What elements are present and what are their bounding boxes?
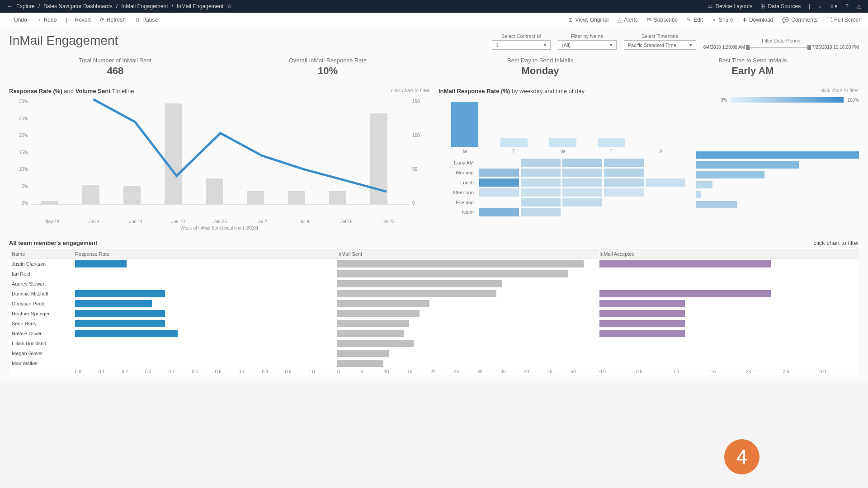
date-to: 7/25/2018 10:16:00 PM <box>812 45 859 50</box>
timezone-select[interactable]: Pacific Standard Time▾ <box>624 40 696 50</box>
kpi-total-label: Total Number of InMail Sent <box>9 57 222 64</box>
chart-hint: click chart to filter <box>821 88 859 94</box>
search-icon[interactable]: ⌕ <box>818 3 821 9</box>
fullscreen-button[interactable]: ⛶ Full Screen <box>826 17 862 23</box>
kpi-total-value: 468 <box>9 65 222 77</box>
chevron-down-icon: ▾ <box>610 42 613 48</box>
date-slider[interactable]: 6/4/2018 1:28:00 AM 7/25/2018 10:16:00 P… <box>703 45 859 50</box>
top-nav: ← Explore/ Sales Navigator Dashboards/ I… <box>0 0 868 13</box>
legend-gradient <box>731 97 844 103</box>
timezone-label: Select Timezone <box>642 33 678 39</box>
undo-button[interactable]: ← Undo <box>6 17 27 23</box>
comments-button[interactable]: 💬 Comments <box>782 17 817 23</box>
download-button[interactable]: ⬇ Download <box>742 17 773 23</box>
chart-hint: click chart to filter <box>391 88 429 94</box>
team-title: All team member's engagement <box>9 239 97 246</box>
date-label: Filter Date Period <box>762 38 801 43</box>
col-name: Name <box>9 249 72 259</box>
breadcrumb-l3: InMail Engagement <box>177 3 223 9</box>
team-table[interactable]: Name Justin ClarksonIan ReidAudrey Stewa… <box>9 249 859 375</box>
col-resp: Response Rate <box>72 249 335 259</box>
subscribe-button[interactable]: ✉ Subscribe <box>647 17 678 23</box>
kpi-day-label: Best Day to Send InMails <box>434 57 646 64</box>
device-layouts-button[interactable]: ▭ Device Layouts <box>708 3 752 9</box>
back-icon[interactable]: ← <box>7 3 13 9</box>
notifications-icon[interactable]: △ <box>857 3 861 9</box>
kpi-day-value: Monday <box>434 65 646 77</box>
x-axis-title: Week of InMail Sent (local time) [2018] <box>9 225 429 230</box>
col-acc: InMail Accepted <box>597 249 859 259</box>
data-sources-button[interactable]: ⊞ Data Sources <box>760 3 801 9</box>
breadcrumb-l2[interactable]: InMail Engagement <box>121 3 168 9</box>
refresh-button[interactable]: ⟳ Refresh <box>100 17 126 23</box>
star-icon[interactable]: ☆ <box>227 3 232 9</box>
view-button[interactable]: ⊞ View: Original <box>568 17 609 23</box>
kpi-rate-value: 10% <box>222 65 434 77</box>
contract-label: Select Contract Id <box>501 33 541 39</box>
page-title: InMail Engagement <box>9 33 118 48</box>
breadcrumb-explore[interactable]: Explore <box>16 3 35 9</box>
team-hint: click chart to filter <box>814 239 859 246</box>
edit-button[interactable]: ✎ Edit <box>687 17 703 23</box>
kpi-time-label: Best Time to Send InMails <box>646 57 859 64</box>
help-icon[interactable]: ? <box>845 3 849 9</box>
date-from: 6/4/2018 1:28:00 AM <box>703 45 745 50</box>
chevron-down-icon: ▾ <box>689 42 692 48</box>
name-filter-label: Filter by Name <box>571 33 604 39</box>
timeline-chart[interactable]: Response Rate (%) and Volume Sent Timeli… <box>9 88 429 230</box>
alerts-button[interactable]: △ Alerts <box>618 17 638 23</box>
heatmap-chart[interactable]: InMail Response Rate (%) by weekday and … <box>439 88 859 230</box>
legend-max: 100% <box>847 98 859 103</box>
toolbar: ← Undo → Redo |← Revert ⟳ Refresh ⏸ Paus… <box>0 13 868 27</box>
breadcrumb: ← Explore/ Sales Navigator Dashboards/ I… <box>7 3 232 9</box>
chevron-down-icon: ▾ <box>544 42 547 48</box>
legend-min: 3% <box>721 98 727 103</box>
favorite-icon[interactable]: ☆▾ <box>830 3 837 9</box>
col-sent: InMail Sent <box>335 249 597 259</box>
share-button[interactable]: ⚬ Share <box>712 17 733 23</box>
name-select[interactable]: (All)▾ <box>558 40 617 50</box>
revert-button[interactable]: |← Revert <box>66 17 90 23</box>
breadcrumb-l1[interactable]: Sales Navigator Dashboards <box>43 3 113 9</box>
pause-button[interactable]: ⏸ Pause <box>135 17 158 23</box>
step-badge: 4 <box>724 439 760 474</box>
kpi-time-value: Early AM <box>646 65 859 77</box>
contract-select[interactable]: 1▾ <box>492 40 551 50</box>
kpi-rate-label: Overall InMail Response Rate <box>222 57 434 64</box>
redo-button[interactable]: → Redo <box>36 17 57 23</box>
